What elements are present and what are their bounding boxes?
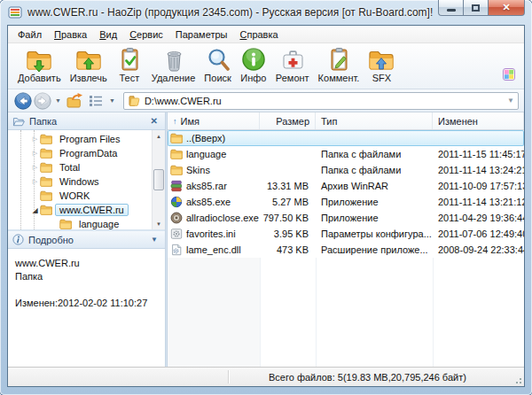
column-header-modified[interactable]: Изменен [433, 112, 524, 129]
удаление-button[interactable]: Удаление [147, 45, 200, 84]
address-bar: ▼ ▼ D:\www.CWER.ru ▼ [8, 89, 524, 112]
tree-item-total[interactable]: ▷Total [30, 160, 165, 174]
panel-close-icon[interactable]: ✕ [148, 116, 160, 126]
address-dropdown-icon[interactable]: ▼ [507, 97, 514, 105]
file-name: favorites.ini [186, 228, 236, 239]
scroll-down-icon[interactable]: ▼ [153, 218, 165, 229]
folder-icon [40, 147, 52, 159]
tree-item-www.cwer.ru[interactable]: ◢www.CWER.ru [30, 203, 165, 217]
comment-icon [325, 46, 352, 73]
tree-expander-icon[interactable]: ▷ [30, 136, 40, 143]
menu-item-1[interactable]: Файл [12, 27, 48, 42]
file-row-..[interactable]: ..(Вверх) [168, 130, 524, 146]
file-size: 3.95 KB [260, 228, 316, 239]
column-header-label: Тип [321, 116, 337, 127]
file-modified: 2011-11-14 13:21:12 [433, 197, 524, 207]
main-area: Папка ✕ ▷Program Files▷ProgramData▷Total… [8, 112, 524, 367]
tree-item-programdata[interactable]: ▷ProgramData [30, 146, 165, 160]
minimize-icon [447, 9, 456, 12]
folder-icon [170, 148, 183, 160]
tree-item-label: WORK [55, 190, 94, 202]
detail-panel: Подробно ▼ www.CWER.ruПапкаИзменен:2012-… [8, 231, 165, 367]
view-mode-dropdown-icon[interactable]: ▼ [106, 97, 118, 104]
extract-icon [75, 46, 102, 73]
sfx-button[interactable]: SFX [364, 45, 399, 84]
folder-tree-panel: Папка ✕ ▷Program Files▷ProgramData▷Total… [8, 112, 165, 231]
folder-icon [40, 161, 52, 174]
file-modified: 2011-11-15 11:45:17 [433, 149, 524, 159]
поиск-button[interactable]: Поиск [200, 45, 235, 84]
address-input[interactable]: D:\www.CWER.ru ▼ [123, 92, 519, 110]
tree-item-language[interactable]: language [50, 217, 165, 229]
ini-file-icon [170, 228, 183, 240]
file-row-aks85.rar[interactable]: aks85.rar13.31 MBАрхив WinRAR2011-10-09 … [168, 178, 524, 194]
maximize-button[interactable] [463, 0, 488, 16]
info-icon [240, 46, 267, 73]
toolbar-button-label: Извлечь [70, 73, 107, 83]
detail-line: Папка [15, 270, 158, 283]
forward-button[interactable] [33, 91, 52, 111]
tree-guide-line [20, 130, 21, 229]
maximize-icon [472, 4, 480, 12]
status-bar: Всего файлов: 5(19.83 MB,20,795,246 байт… [8, 367, 524, 386]
file-modified: 2011-07-06 12:49:40 [433, 228, 524, 239]
tree-expander-icon[interactable]: ▷ [30, 178, 40, 185]
toolbar-button-label: Тест [119, 73, 139, 83]
тест-button[interactable]: Тест [112, 45, 147, 84]
panel-collapse-icon[interactable]: ▼ [148, 236, 160, 244]
history-dropdown-icon[interactable]: ▼ [52, 97, 64, 104]
tree-expander-icon[interactable]: ▷ [30, 164, 40, 171]
column-header-label: Изменен [438, 116, 478, 127]
menu-item-3[interactable]: Вид [93, 27, 123, 42]
view-mode-button[interactable] [85, 92, 106, 110]
folder-icon [170, 164, 183, 176]
column-header-type[interactable]: Тип [316, 112, 433, 129]
column-header-size[interactable]: Размер [260, 112, 316, 129]
toolbar-button-label: Ремонт [276, 73, 309, 83]
folder-panel-title: Папка [29, 116, 148, 127]
back-button[interactable] [13, 91, 33, 111]
menu-item-4[interactable]: Сервис [123, 27, 169, 42]
menu-item-5[interactable]: Параметры [169, 27, 234, 42]
skin-palette-icon[interactable] [503, 68, 515, 81]
инфо-button[interactable]: Инфо [236, 45, 271, 84]
up-directory-button[interactable] [64, 92, 85, 110]
file-row-favorites.ini[interactable]: favorites.ini3.95 KBПараметры конфигура.… [168, 226, 524, 242]
menu-item-6[interactable]: Справка [233, 27, 284, 42]
resize-grip-icon[interactable] [513, 376, 522, 384]
file-row-language[interactable]: languageПапка с файлами2011-11-15 11:45:… [168, 146, 524, 162]
file-type: Приложение [316, 213, 433, 223]
detail-content: www.CWER.ruПапкаИзменен:2012-02-02 11:10… [8, 249, 165, 367]
tree-item-program-files[interactable]: ▷Program Files [30, 132, 165, 146]
column-header-label: Размер [276, 116, 309, 127]
file-row-lame_enc.dll[interactable]: lame_enc.dll473 KBРасширение приложе...2… [168, 242, 524, 258]
minimize-button[interactable] [438, 0, 463, 16]
tree-expander-icon[interactable]: ▷ [30, 150, 40, 157]
добавить-button[interactable]: Добавить [13, 45, 66, 84]
file-row-aks85.exe[interactable]: aks85.exe5.27 MBПриложение2011-11-14 13:… [168, 194, 524, 210]
folder-icon [40, 133, 52, 145]
column-header-name[interactable]: ↑Имя [168, 112, 260, 129]
titlebar[interactable]: www.CWER.ru - HaoZip (продукция 2345.com… [0, 0, 532, 25]
window-title: www.CWER.ru - HaoZip (продукция 2345.com… [27, 6, 433, 19]
tree-scrollbar[interactable]: ▲ ▼ [152, 130, 165, 229]
file-row-skins[interactable]: SkinsПапка с файлами2011-11-14 13:24:21 [168, 162, 524, 178]
извлечь-button[interactable]: Извлечь [66, 45, 112, 84]
scroll-up-icon[interactable]: ▲ [153, 130, 165, 142]
file-type: Папка с файлами [316, 165, 433, 175]
search-icon [205, 46, 231, 73]
folder-icon [40, 175, 52, 188]
scroll-thumb[interactable] [153, 169, 164, 190]
tree-item-label: Windows [55, 175, 104, 188]
tree-item-work[interactable]: WORK [30, 189, 165, 203]
folder-icon [40, 190, 52, 202]
tree-item-windows[interactable]: ▷Windows [30, 174, 165, 189]
repair-icon [279, 46, 306, 73]
коммент-button[interactable]: Коммент. [314, 45, 364, 84]
statusbar-divider [228, 370, 230, 383]
ремонт-button[interactable]: Ремонт [271, 45, 314, 84]
close-button[interactable]: ✕ [488, 0, 525, 16]
tree-expander-icon[interactable]: ◢ [30, 206, 40, 214]
menu-item-2[interactable]: Правка [48, 27, 93, 42]
file-row-allradioclose.exe[interactable]: allradioclose.exe797.50 KBПриложение2011… [168, 210, 524, 226]
